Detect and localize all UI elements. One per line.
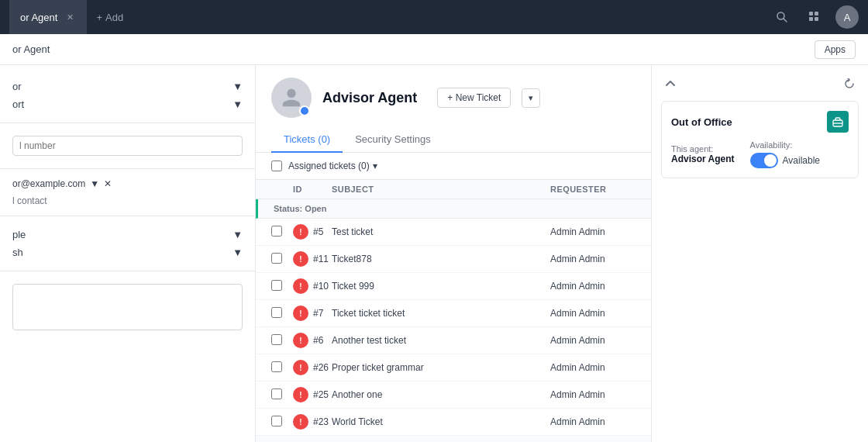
apps-button[interactable]: Apps — [815, 40, 856, 59]
middle-panel: Advisor Agent + New Ticket ▾ Tickets (0)… — [256, 65, 651, 442]
ticket-requester: Admin Admin — [550, 254, 636, 264]
new-ticket-label: + New Ticket — [447, 92, 501, 103]
row-checkbox-cell — [271, 307, 293, 320]
availability-toggle[interactable] — [750, 153, 778, 168]
phone-input[interactable] — [12, 136, 243, 156]
user-avatar-btn[interactable]: A — [835, 5, 859, 29]
ticket-status-icon: ! — [293, 387, 308, 402]
sidebar-divider-1 — [0, 123, 255, 123]
sidebar-sh-chevron[interactable]: ▼ — [232, 247, 243, 258]
ticket-subject[interactable]: Another one — [332, 389, 550, 400]
agent-label: or Agent — [12, 43, 50, 55]
row-checkbox[interactable] — [271, 307, 282, 318]
tickets-filter-row: Assigned tickets (0) ▾ — [256, 153, 651, 180]
right-panel-header — [661, 74, 859, 93]
select-all-checkbox[interactable] — [271, 161, 282, 171]
sidebar-or-label: or — [12, 81, 22, 92]
sidebar-divider-2 — [0, 168, 255, 169]
add-tab-button[interactable]: + Add — [87, 12, 133, 23]
ticket-status-icon: ! — [293, 278, 308, 294]
row-checkbox-cell — [271, 280, 293, 293]
ticket-id: #26 — [313, 362, 329, 373]
ticket-subject[interactable]: Another test ticket — [332, 335, 550, 346]
svg-rect-4 — [809, 17, 813, 21]
profile-name: Advisor Agent — [322, 90, 417, 105]
row-checkbox-cell — [271, 334, 293, 347]
available-label: Available — [783, 155, 820, 166]
out-of-office-icon[interactable] — [827, 111, 849, 133]
tab-close-icon[interactable]: ✕ — [64, 11, 76, 23]
ticket-subject[interactable]: Ticket 999 — [332, 281, 550, 292]
out-of-office-card: Out of Office This agent: Advisor Agent … — [661, 101, 859, 178]
refresh-button[interactable] — [840, 74, 859, 93]
row-checkbox-cell — [271, 416, 293, 429]
right-panel: Out of Office This agent: Advisor Agent … — [651, 65, 868, 442]
tab-tickets[interactable]: Tickets (0) — [271, 127, 343, 153]
search-icon-btn[interactable] — [770, 5, 794, 29]
col-check — [271, 185, 293, 194]
ticket-subject[interactable]: World Ticket — [332, 416, 550, 427]
ticket-requester: Admin Admin — [550, 308, 636, 319]
ticket-requester: Admin Admin — [550, 281, 636, 292]
row-id-cell: ! #10 — [293, 278, 332, 294]
ticket-id: #6 — [313, 335, 323, 346]
table-row: ! #5 Test ticket Admin Admin — [256, 219, 651, 246]
sidebar-email-clear[interactable]: ✕ — [104, 178, 112, 189]
row-checkbox[interactable] — [271, 253, 282, 264]
sidebar-sh-row: sh ▼ — [12, 243, 243, 261]
add-tab-label: Add — [105, 12, 123, 23]
row-checkbox[interactable] — [271, 361, 282, 372]
row-checkbox[interactable] — [271, 416, 282, 426]
ticket-requester: Admin Admin — [550, 389, 636, 400]
svg-rect-3 — [815, 12, 818, 16]
row-id-cell: ! #5 — [293, 224, 332, 240]
suitcase-icon — [832, 116, 844, 128]
ticket-id: #10 — [313, 281, 329, 292]
sidebar-email-chevron[interactable]: ▼ — [90, 178, 99, 189]
ticket-status-icon: ! — [293, 306, 308, 321]
svg-rect-2 — [809, 12, 813, 16]
row-id-cell: ! #23 — [293, 414, 332, 430]
collapse-button[interactable] — [661, 74, 680, 93]
table-row: ! #10 Ticket 999 Admin Admin — [256, 273, 651, 300]
ticket-id: #5 — [313, 226, 323, 237]
new-ticket-button[interactable]: + New Ticket — [437, 88, 511, 108]
sidebar-textarea[interactable] — [12, 284, 243, 330]
row-checkbox[interactable] — [271, 280, 282, 291]
row-checkbox[interactable] — [271, 226, 282, 237]
profile-name-wrapper: Advisor Agent — [322, 90, 417, 106]
sidebar-note-row: ple ▼ — [12, 226, 243, 243]
row-id-cell: ! #25 — [293, 387, 332, 402]
row-id-cell: ! #11 — [293, 251, 332, 267]
toggle-container: Available — [750, 153, 820, 168]
active-tab[interactable]: or Agent ✕ — [9, 0, 87, 34]
svg-line-1 — [784, 19, 787, 22]
sidebar-note-chevron[interactable]: ▼ — [232, 229, 243, 240]
ticket-status-icon: ! — [293, 251, 308, 267]
sidebar-phone-section — [0, 129, 255, 162]
avatar-icon — [281, 87, 302, 109]
sidebar-or-section: or ▼ ort ▼ — [0, 74, 255, 116]
availability-agent: This agent: Advisor Agent — [671, 144, 735, 164]
tab-security-settings[interactable]: Security Settings — [343, 127, 443, 153]
ticket-subject[interactable]: Proper ticket grammar — [332, 362, 550, 373]
profile-top: Advisor Agent + New Ticket ▾ — [271, 78, 636, 118]
grid-icon-btn[interactable] — [803, 5, 826, 29]
col-subject: Subject — [332, 185, 550, 194]
profile-tabs: Tickets (0) Security Settings — [271, 127, 636, 152]
ticket-requester: Admin Admin — [550, 362, 636, 373]
filter-dropdown-arrow[interactable]: ▾ — [373, 161, 377, 171]
row-id-cell: ! #7 — [293, 306, 332, 321]
top-bar-actions: A — [770, 5, 859, 29]
sidebar-or-chevron[interactable]: ▼ — [232, 81, 243, 92]
sidebar-divider-3 — [0, 216, 255, 216]
avatar-status-badge — [299, 105, 310, 116]
ticket-subject[interactable]: Test ticket — [332, 226, 550, 237]
sidebar-ort-chevron[interactable]: ▼ — [232, 98, 243, 110]
ticket-subject[interactable]: Ticket878 — [332, 254, 550, 264]
row-checkbox[interactable] — [271, 388, 282, 399]
svg-rect-5 — [815, 17, 818, 21]
ticket-subject[interactable]: Ticket ticket ticket — [332, 308, 550, 319]
new-ticket-dropdown-btn[interactable]: ▾ — [522, 88, 540, 108]
row-checkbox[interactable] — [271, 334, 282, 345]
